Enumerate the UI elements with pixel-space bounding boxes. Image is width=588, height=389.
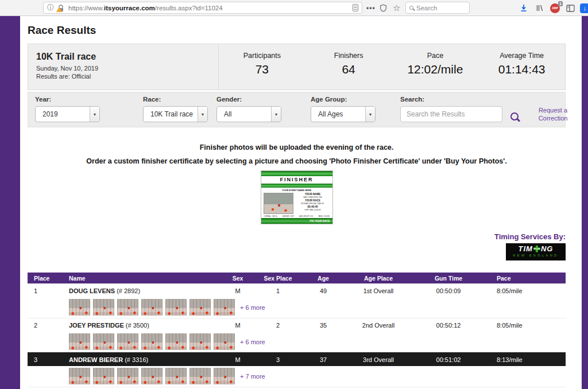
chevron-down-icon: ▼ — [365, 107, 375, 122]
stat-participants: Participants 73 — [219, 44, 305, 90]
cell-sex: M — [224, 322, 252, 329]
gender-select[interactable]: All ▼ — [216, 106, 281, 122]
cell-sex-place: 1 — [252, 287, 304, 294]
photos-notice: Finisher photos will be uploaded the eve… — [28, 143, 566, 151]
cell-sex: M — [224, 287, 252, 294]
page-title: Race Results — [28, 16, 566, 44]
adblock-badge: 1 — [558, 1, 563, 6]
warning-triangle-icon — [56, 7, 62, 12]
cell-name: JOEY PRESTIDGE (# 3500) — [69, 322, 224, 329]
request-correction-link[interactable]: Request a Correction — [532, 106, 574, 122]
cell-age-place: 1st Overall — [342, 287, 415, 294]
year-select[interactable]: 2019 ▼ — [35, 106, 100, 122]
age-group-select[interactable]: All Ages ▼ — [311, 106, 376, 122]
chevron-down-icon: ▼ — [90, 107, 99, 122]
race-photo-thumbnail[interactable] — [214, 299, 235, 316]
pocket-shield-icon[interactable] — [380, 0, 387, 16]
more-photos-link[interactable]: + 7 more — [240, 373, 265, 380]
bookmark-star-icon[interactable]: ☆ — [393, 0, 400, 16]
cell-sex: M — [224, 356, 252, 363]
search-submit-icon[interactable] — [510, 112, 519, 120]
sidebar-toggle-icon[interactable] — [566, 0, 575, 16]
page-actions-icon[interactable]: ••• — [366, 0, 376, 16]
header-sex-place: Sex Place — [252, 275, 304, 282]
plus-icon: PLUS — [533, 246, 540, 252]
year-label: Year: — [35, 96, 100, 103]
race-photo-thumbnail[interactable] — [69, 368, 90, 384]
table-row: 2 JOEY PRESTIDGE (# 3500) M 2 35 2nd Ove… — [28, 318, 566, 352]
browser-search-box[interactable]: Search — [405, 2, 470, 14]
stat-average-time: Average Time 01:14:43 — [478, 44, 565, 90]
browser-toolbar: ⓘ https://www.itsyourrace.com/results.as… — [0, 0, 588, 16]
race-photo-thumbnail[interactable] — [214, 368, 235, 384]
race-photo-thumbnail[interactable] — [189, 368, 211, 384]
chevron-down-icon: ▼ — [198, 107, 207, 122]
browser-search-placeholder: Search — [416, 5, 437, 11]
race-select[interactable]: 10K Trail race ▼ — [143, 106, 208, 122]
race-photo-thumbnail[interactable] — [165, 299, 187, 316]
cell-pace: 8:05/mile — [482, 322, 566, 329]
reader-mode-icon[interactable] — [353, 4, 358, 11]
more-photos-link[interactable]: + 6 more — [240, 339, 265, 345]
stat-pace: Pace 12:02/mile — [392, 44, 479, 90]
race-info: 10K Trail race Sunday, Nov 10, 2019 Resu… — [28, 44, 219, 90]
finisher-certificate-image[interactable]: FINISHER YOUR EVENT NAME HERE YOUR NAME … — [261, 170, 333, 224]
race-name: 10K Trail race — [36, 52, 218, 62]
header-age: Age — [304, 275, 342, 282]
race-date: Sunday, Nov 10, 2019 — [36, 64, 218, 72]
header-age-place: Age Place — [342, 275, 415, 282]
cell-age-place: 2nd Overall — [342, 322, 415, 329]
more-photos-link[interactable]: + 6 more — [240, 304, 265, 311]
race-photo-thumbnail[interactable] — [69, 299, 90, 316]
race-photo-thumbnail[interactable] — [117, 368, 138, 384]
race-photo-thumbnail[interactable] — [189, 333, 211, 350]
cell-gun-time: 00:51:02 — [415, 356, 482, 363]
address-bar[interactable]: ⓘ https://www.itsyourrace.com/results.as… — [43, 2, 362, 14]
race-photo-thumbnail[interactable] — [189, 299, 211, 316]
table-row: 3 ANDREW BIERER (# 3316) M 3 37 3rd Over… — [28, 352, 566, 387]
results-search-input[interactable] — [400, 106, 502, 122]
video-download-extension-icon[interactable]: ↓ — [580, 0, 588, 16]
library-icon[interactable] — [536, 0, 544, 16]
results-rows: 1 DOUG LEVENS (# 2892) M 1 49 1st Overal… — [28, 283, 566, 389]
race-photo-thumbnail[interactable] — [69, 333, 90, 350]
certificate-photo — [264, 193, 293, 214]
cell-gun-time: 00:50:12 — [415, 322, 482, 329]
race-photo-thumbnail[interactable] — [165, 368, 187, 384]
cell-name: ANDREW BIERER (# 3316) — [69, 356, 224, 363]
adblock-icon[interactable]: ABP 1 — [550, 0, 560, 16]
race-photo-thumbnail[interactable] — [165, 333, 187, 350]
header-place: Place — [28, 275, 69, 282]
race-photo-thumbnail[interactable] — [214, 333, 235, 350]
results-table-header: Place Name Sex Sex Place Age Age Place G… — [28, 273, 566, 283]
itsyourrace-logo: ITS YOUR RACE — [310, 220, 330, 223]
cell-place: 2 — [28, 322, 69, 329]
cell-place: 3 — [28, 356, 69, 363]
photo-strip: + 6 more — [28, 332, 566, 352]
table-row: 4 DANIEL PARISH (# 3304) M 4 52 1st 50-5… — [28, 387, 566, 389]
race-photo-thumbnail[interactable] — [117, 333, 138, 350]
race-photo-thumbnail[interactable] — [141, 333, 163, 350]
race-photo-thumbnail[interactable] — [141, 368, 163, 384]
url-text[interactable]: https://www.itsyourrace.com/results.aspx… — [68, 5, 353, 11]
certificate-stats: OVERALL: 58/154GENDER: 31/97AGE GROUP: 5… — [261, 214, 332, 218]
race-photo-thumbnail[interactable] — [93, 299, 114, 316]
insecure-lock-icon[interactable] — [57, 4, 64, 11]
cell-age: 49 — [304, 287, 342, 294]
certificate-footer-bar: ITS YOUR RACE — [261, 218, 332, 224]
downloads-icon[interactable] — [520, 0, 528, 16]
page-info-icon[interactable]: ⓘ — [47, 3, 54, 13]
race-photo-thumbnail[interactable] — [93, 333, 114, 350]
cell-place: 1 — [28, 287, 69, 294]
race-summary-panel: 10K Trail race Sunday, Nov 10, 2019 Resu… — [28, 44, 566, 90]
race-photo-thumbnail[interactable] — [141, 299, 163, 316]
race-photo-thumbnail[interactable] — [93, 368, 114, 384]
race-photo-thumbnail[interactable] — [117, 299, 138, 316]
results-table: Place Name Sex Sex Place Age Age Place G… — [28, 273, 566, 389]
certificate-green-bar — [261, 171, 332, 176]
timing-plus-new-england-logo: TIM PLUS NG NEW ENGLAND — [506, 243, 566, 260]
results-status: Results are: Official — [36, 72, 218, 80]
certificate-notice: Order a custom finisher certificate by s… — [28, 157, 566, 165]
cell-sex-place: 2 — [252, 322, 304, 329]
adblock-label: ABP — [552, 6, 558, 10]
